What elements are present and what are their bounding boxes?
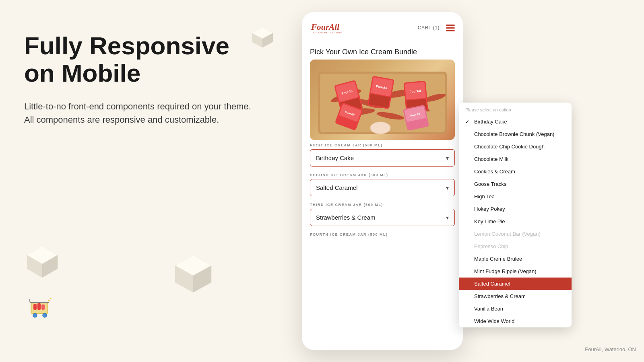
dropdown-item-label: Wide Wide World [474, 318, 514, 324]
dropdown-item-label: Lemon Coconut Bar (Vegan) [474, 231, 541, 237]
svg-rect-19 [37, 303, 41, 310]
jar-section-2: SECOND ICE CREAM JAR (500 ML)Salted Cara… [302, 170, 463, 196]
jar-dropdown-text-2: Salted Caramel [316, 184, 357, 191]
jar-label-3: THIRD ICE CREAM JAR (500 ML) [310, 203, 455, 207]
dropdown-item-label: Vanilla Bean [474, 306, 503, 312]
dropdown-item[interactable]: Mint Fudge Ripple (Vegan) [459, 265, 572, 278]
dropdown-item[interactable]: Strawberries & Cream [459, 290, 572, 302]
svg-point-14 [33, 313, 37, 317]
dropdown-arrow-icon: ▾ [446, 214, 449, 221]
svg-text:★: ★ [50, 297, 52, 300]
dropdown-item-label: Chocolate Brownie Chunk (Vegan) [474, 131, 554, 137]
jar-section-1: FIRST ICE CREAM JAR (500 ML)Birthday Cak… [302, 140, 463, 167]
dropdown-item[interactable]: Chocolate Milk [459, 153, 572, 165]
jar-dropdown-1[interactable]: Birthday Cake▾ [310, 149, 455, 167]
dropdown-item[interactable]: Maple Creme Brulee [459, 253, 572, 265]
heading-line2: on Mobile [24, 59, 140, 87]
fourall-logo: FourAll ICE CREAM · EST 2016 [310, 19, 346, 36]
cube-decoration-bottom-mid [169, 249, 217, 298]
dropdown-item-label: Chocolate Chip Cookie Dough [474, 144, 545, 150]
dropdown-item-label: High Tea [474, 193, 495, 200]
svg-point-15 [43, 313, 47, 317]
phone-content: Pick Your Own Ice Cream Bundle [302, 42, 463, 350]
dropdown-header: Please select an option [459, 103, 572, 115]
jar-dropdown-3[interactable]: Strawberries & Cream▾ [310, 209, 455, 226]
jar-section-3: THIRD ICE CREAM JAR (500 ML)Strawberries… [302, 200, 463, 226]
dropdown-item-label: Goose Tracks [474, 181, 506, 187]
hamburger-line-2 [446, 27, 455, 29]
dropdown-item[interactable]: Hokey Pokey [459, 203, 572, 215]
dropdown-arrow-icon: ▾ [446, 185, 449, 191]
dropdown-item[interactable]: Salted Caramel [459, 278, 572, 290]
svg-line-17 [29, 300, 30, 302]
jar-label-4: FOURTH ICE CREAM JAR (500 ML) [310, 232, 455, 237]
jar-label-2: SECOND ICE CREAM JAR (500 ML) [310, 173, 455, 177]
dropdown-item-label: Mint Fudge Ripple (Vegan) [474, 268, 537, 274]
logo-wrapper: FourAll ICE CREAM · EST 2016 [310, 19, 346, 36]
dropdown-item-label: Hokey Pokey [474, 206, 505, 212]
jar-dropdown-text-3: Strawberries & Cream [316, 214, 376, 221]
hamburger-menu-icon[interactable] [446, 25, 455, 31]
svg-text:FourAll: FourAll [311, 22, 339, 32]
dropdown-item[interactable]: Goose Tracks [459, 178, 572, 190]
svg-text:ICE CREAM · EST 2016: ICE CREAM · EST 2016 [313, 31, 342, 34]
product-image-container: FourAll FourAll FourAll [310, 60, 455, 140]
phone-mockup: FourAll ICE CREAM · EST 2016 CART (1) Pi… [302, 12, 463, 350]
dropdown-item-label: Salted Caramel [474, 281, 510, 287]
dropdown-item: Espresso Chip [459, 240, 572, 253]
jar-section-4: FOURTH ICE CREAM JAR (500 ML) [302, 229, 463, 237]
product-title: Pick Your Own Ice Cream Bundle [302, 42, 463, 60]
hamburger-line-1 [446, 25, 455, 26]
cube-decoration-bottom-left [22, 241, 62, 282]
svg-rect-18 [33, 304, 37, 310]
cube-decoration-top-right [250, 24, 276, 50]
dropdown-item[interactable]: Wide Wide World [459, 315, 572, 327]
jar-dropdown-2[interactable]: Salted Caramel▾ [310, 179, 455, 196]
heading-line1: Fully Responsive [24, 32, 229, 60]
svg-point-52 [370, 122, 390, 134]
dropdown-item-label: Key Lime Pie [474, 218, 505, 224]
jar-dropdown-text-1: Birthday Cake [316, 154, 354, 161]
checkmark-icon: ✓ [465, 119, 471, 125]
dropdown-item-label: Cookies & Cream [474, 169, 515, 175]
dropdown-item[interactable]: Key Lime Pie [459, 215, 572, 228]
sub-text: Little-to-no front-end components requir… [24, 100, 258, 126]
phone-header: FourAll ICE CREAM · EST 2016 CART (1) [302, 12, 463, 42]
dropdown-item[interactable]: ✓Birthday Cake [459, 115, 572, 128]
dropdown-item: Lemon Coconut Bar (Vegan) [459, 228, 572, 240]
jar-selectors: FIRST ICE CREAM JAR (500 ML)Birthday Cak… [302, 140, 463, 237]
dropdown-arrow-icon: ▾ [446, 155, 449, 161]
hamburger-line-3 [446, 30, 455, 31]
dropdown-item[interactable]: Chocolate Chip Cookie Dough [459, 140, 572, 153]
dropdown-item[interactable]: Vanilla Bean [459, 302, 572, 315]
cart-label[interactable]: CART (1) [418, 25, 440, 31]
dropdown-item[interactable]: Chocolate Brownie Chunk (Vegan) [459, 128, 572, 140]
product-image: FourAll FourAll FourAll [310, 60, 455, 140]
dropdown-items-list: ✓Birthday CakeChocolate Brownie Chunk (V… [459, 115, 572, 327]
dropdown-item-label: Maple Creme Brulee [474, 256, 522, 262]
svg-rect-20 [41, 304, 45, 310]
dropdown-item[interactable]: Cookies & Cream [459, 165, 572, 178]
cart-menu-area: CART (1) [418, 25, 455, 31]
shopping-cart-decoration: ★ ★ [26, 294, 54, 322]
dropdown-item-label: Strawberries & Cream [474, 293, 526, 299]
footer-location: FourAll, Waterloo, ON [585, 346, 636, 352]
dropdown-item-label: Espresso Chip [474, 243, 508, 249]
dropdown-item[interactable]: High Tea [459, 190, 572, 203]
dropdown-item-label: Chocolate Milk [474, 156, 508, 162]
jar-label-1: FIRST ICE CREAM JAR (500 ML) [310, 143, 455, 147]
dropdown-overlay: Please select an option ✓Birthday CakeCh… [459, 103, 572, 327]
dropdown-item-label: Birthday Cake [474, 119, 507, 125]
